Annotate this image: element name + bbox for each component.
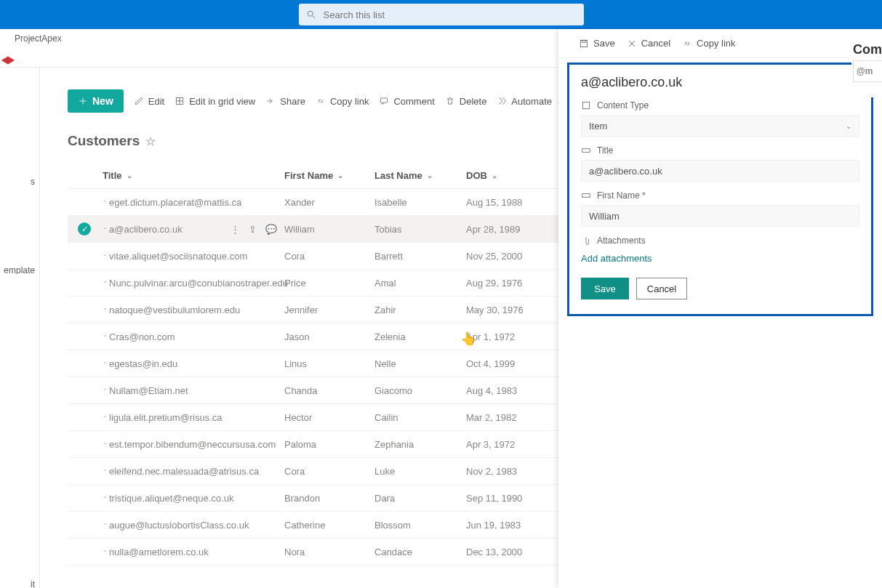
cell-first-name: William — [284, 224, 374, 235]
cell-first-name: Hector — [284, 412, 374, 423]
cell-last-name: Blossom — [374, 520, 466, 531]
item-indicator-icon: ⌄ — [103, 439, 108, 446]
grid-icon — [175, 96, 185, 106]
save-icon — [579, 39, 589, 49]
cell-dob: Jun 19, 1983 — [466, 520, 553, 531]
header-title[interactable]: Title⌄ — [101, 170, 284, 181]
row-share-icon[interactable]: ⇪ — [249, 224, 257, 235]
chevron-down-icon: ⌄ — [337, 172, 343, 180]
comments-input[interactable]: @m — [853, 60, 882, 82]
add-attachments-link[interactable]: Add attachments — [581, 253, 652, 264]
cell-first-name: Nora — [284, 547, 374, 557]
cell-title: natoque@vestibulumlorem.edu — [109, 305, 240, 315]
comments-panel: Com @m — [851, 39, 882, 97]
chevron-down-icon: ⌄ — [427, 172, 433, 180]
header-dob[interactable]: DOB⌄ — [466, 170, 553, 181]
share-button[interactable]: Share — [265, 96, 305, 107]
cell-last-name: Cailin — [374, 412, 466, 423]
search-input[interactable] — [324, 9, 577, 20]
cell-first-name: Catherine — [284, 520, 374, 531]
plus-icon — [78, 96, 88, 106]
svg-rect-7 — [381, 98, 388, 102]
cell-title: eleifend.nec.malesuada@atrisus.ca — [109, 466, 259, 477]
comment-button[interactable]: Comment — [379, 96, 434, 107]
cell-title: egestas@in.edu — [109, 358, 177, 369]
content-type-label: Content Type — [581, 100, 859, 110]
pencil-icon — [134, 96, 144, 106]
cell-last-name: Tobias — [374, 224, 466, 235]
chevron-down-icon: ⌄ — [846, 122, 851, 130]
left-nav: s emplate it — [0, 68, 40, 588]
header-last-name[interactable]: Last Name⌄ — [374, 170, 466, 181]
item-indicator-icon: ⌄ — [103, 358, 108, 365]
cell-dob: Apr 3, 1972 — [466, 439, 553, 450]
first-name-label: First Name * — [581, 190, 859, 201]
star-icon[interactable]: ☆ — [145, 134, 156, 148]
cell-first-name: Jason — [284, 331, 374, 342]
cell-last-name: Candace — [374, 547, 466, 557]
svg-rect-8 — [580, 40, 587, 47]
cell-last-name: Giacomo — [374, 385, 466, 396]
cell-last-name: Zephania — [374, 439, 466, 450]
site-logo-icon — [0, 52, 16, 68]
row-comment-icon[interactable]: 💬 — [265, 224, 277, 235]
site-name: ProjectApex — [15, 33, 62, 44]
edit-grid-button[interactable]: Edit in grid view — [175, 96, 255, 107]
panel-command-bar: Save Cancel Copy link — [558, 29, 882, 58]
first-name-input[interactable]: William — [581, 205, 859, 227]
item-indicator-icon: ⌄ — [103, 331, 108, 338]
cell-dob: Aug 29, 1976 — [466, 278, 553, 289]
new-label: New — [92, 95, 113, 107]
cell-first-name: Xander — [284, 197, 374, 208]
cell-title: a@aclibero.co.uk — [109, 224, 183, 235]
cell-last-name: Dara — [374, 493, 466, 504]
form-save-button[interactable]: Save — [581, 278, 629, 299]
comment-icon — [379, 96, 389, 106]
svg-rect-14 — [582, 194, 590, 198]
svg-line-1 — [312, 16, 315, 19]
edit-button[interactable]: Edit — [134, 96, 164, 107]
search-box[interactable] — [299, 4, 584, 25]
content-type-select[interactable]: Item ⌄ — [581, 115, 859, 137]
item-indicator-icon: ⌄ — [103, 278, 108, 284]
title-input[interactable]: a@aclibero.co.uk — [581, 160, 859, 182]
cell-dob: Oct 4, 1999 — [466, 358, 553, 369]
cell-dob: Dec 13, 2000 — [466, 547, 553, 557]
link-icon — [682, 39, 692, 49]
cell-last-name: Barrett — [374, 251, 466, 262]
cell-first-name: Cora — [284, 251, 374, 262]
item-indicator-icon: ⌄ — [103, 412, 108, 419]
close-icon — [627, 39, 637, 49]
cell-first-name: Linus — [284, 358, 374, 369]
chevron-down-icon: ⌄ — [127, 172, 132, 180]
header-first-name[interactable]: First Name⌄ — [284, 170, 374, 181]
cell-title: est.tempor.bibendum@neccursusa.com — [109, 439, 276, 450]
item-indicator-icon: ⌄ — [103, 224, 108, 230]
cell-title: Nullam@Etiam.net — [109, 385, 188, 396]
attachments-label: Attachments — [581, 235, 859, 246]
nav-item[interactable]: emplate — [0, 265, 39, 274]
row-selected-check-icon[interactable]: ✓ — [78, 222, 91, 235]
panel-cancel-button[interactable]: Cancel — [627, 38, 670, 49]
nav-item[interactable]: s — [0, 177, 39, 185]
delete-button[interactable]: Delete — [445, 96, 487, 107]
svg-rect-9 — [582, 40, 586, 42]
form-cancel-button[interactable]: Cancel — [636, 278, 687, 299]
cell-dob: Apr 28, 1989 — [466, 224, 553, 235]
nav-item[interactable]: it — [0, 579, 39, 588]
comments-heading: Com — [853, 42, 882, 57]
new-button[interactable]: New — [68, 89, 124, 113]
row-menu-icon[interactable]: ⋮ — [230, 224, 240, 235]
cell-dob: Mar 2, 1982 — [466, 412, 553, 423]
panel-save-button[interactable]: Save — [579, 38, 615, 49]
copy-link-button[interactable]: Copy link — [316, 96, 369, 107]
search-icon — [306, 9, 316, 20]
edit-form: a@aclibero.co.uk Content Type Item ⌄ Tit… — [567, 63, 873, 316]
cell-first-name: Brandon — [284, 493, 374, 504]
cell-dob: Apr 1, 1972 — [466, 331, 553, 342]
item-indicator-icon: ⌄ — [103, 493, 108, 499]
suite-header — [0, 0, 882, 29]
cell-title: augue@luctuslobortisClass.co.uk — [109, 520, 249, 531]
automate-button[interactable]: Automate ⌄ — [497, 96, 562, 107]
panel-copy-link-button[interactable]: Copy link — [682, 38, 735, 49]
